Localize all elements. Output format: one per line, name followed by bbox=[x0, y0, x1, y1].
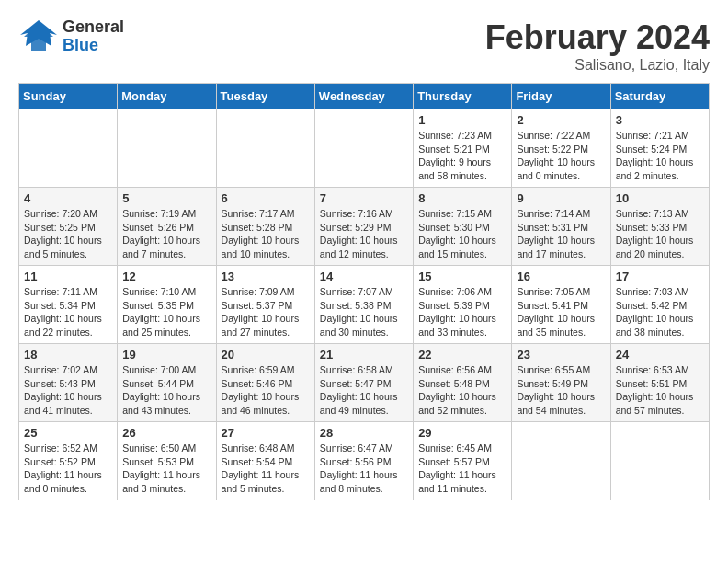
day-info: Sunrise: 6:59 AMSunset: 5:46 PMDaylight:… bbox=[222, 363, 310, 418]
day-info: Sunrise: 6:45 AMSunset: 5:57 PMDaylight:… bbox=[418, 442, 506, 496]
day-info: Sunrise: 6:55 AMSunset: 5:49 PMDaylight:… bbox=[517, 363, 605, 418]
logo-line2: Blue bbox=[63, 37, 124, 55]
calendar-table: SundayMondayTuesdayWednesdayThursdayFrid… bbox=[18, 83, 710, 500]
calendar-cell: 28Sunrise: 6:47 AMSunset: 5:56 PMDayligh… bbox=[314, 422, 413, 500]
calendar-cell bbox=[216, 109, 314, 188]
day-number: 1 bbox=[418, 113, 506, 127]
day-info: Sunrise: 7:09 AMSunset: 5:37 PMDaylight:… bbox=[222, 285, 310, 339]
day-number: 9 bbox=[517, 191, 605, 205]
calendar-cell: 19Sunrise: 7:00 AMSunset: 5:44 PMDayligh… bbox=[118, 344, 216, 422]
day-info: Sunrise: 7:22 AMSunset: 5:22 PMDaylight:… bbox=[517, 129, 605, 183]
day-number: 26 bbox=[122, 426, 210, 440]
day-number: 12 bbox=[122, 270, 210, 283]
logo: General Blue bbox=[18, 18, 124, 55]
calendar-cell: 3Sunrise: 7:21 AMSunset: 5:24 PMDaylight… bbox=[610, 109, 709, 188]
day-number: 8 bbox=[418, 191, 506, 205]
day-info: Sunrise: 7:06 AMSunset: 5:39 PMDaylight:… bbox=[418, 285, 506, 339]
day-info: Sunrise: 7:10 AMSunset: 5:35 PMDaylight:… bbox=[122, 285, 210, 339]
day-number: 15 bbox=[418, 270, 506, 283]
column-header-thursday: Thursday bbox=[414, 84, 512, 109]
calendar-cell: 29Sunrise: 6:45 AMSunset: 5:57 PMDayligh… bbox=[414, 422, 512, 500]
calendar-cell bbox=[118, 109, 216, 188]
day-number: 17 bbox=[616, 270, 704, 283]
day-info: Sunrise: 7:16 AMSunset: 5:29 PMDaylight:… bbox=[320, 207, 408, 261]
day-info: Sunrise: 7:14 AMSunset: 5:31 PMDaylight:… bbox=[517, 207, 605, 261]
column-header-wednesday: Wednesday bbox=[314, 84, 413, 109]
calendar-cell: 7Sunrise: 7:16 AMSunset: 5:29 PMDaylight… bbox=[314, 188, 413, 266]
day-number: 20 bbox=[222, 348, 310, 362]
day-info: Sunrise: 7:20 AMSunset: 5:25 PMDaylight:… bbox=[24, 207, 112, 261]
calendar-cell bbox=[512, 422, 610, 500]
day-info: Sunrise: 7:19 AMSunset: 5:26 PMDaylight:… bbox=[122, 207, 210, 261]
day-number: 27 bbox=[222, 426, 310, 440]
calendar-cell: 23Sunrise: 6:55 AMSunset: 5:49 PMDayligh… bbox=[512, 344, 610, 422]
calendar-cell: 18Sunrise: 7:02 AMSunset: 5:43 PMDayligh… bbox=[19, 344, 118, 422]
day-number: 13 bbox=[222, 270, 310, 283]
day-info: Sunrise: 6:50 AMSunset: 5:53 PMDaylight:… bbox=[122, 442, 210, 496]
day-number: 6 bbox=[222, 191, 310, 205]
calendar-header-row: SundayMondayTuesdayWednesdayThursdayFrid… bbox=[19, 84, 710, 109]
day-number: 7 bbox=[320, 191, 408, 205]
calendar-cell: 20Sunrise: 6:59 AMSunset: 5:46 PMDayligh… bbox=[216, 344, 314, 422]
calendar-cell: 10Sunrise: 7:13 AMSunset: 5:33 PMDayligh… bbox=[610, 188, 709, 266]
day-number: 19 bbox=[122, 348, 210, 362]
calendar-cell: 26Sunrise: 6:50 AMSunset: 5:53 PMDayligh… bbox=[118, 422, 216, 500]
page-header: General Blue February 2024 Salisano, Laz… bbox=[18, 18, 710, 74]
day-number: 21 bbox=[320, 348, 408, 362]
day-number: 28 bbox=[320, 426, 408, 440]
day-number: 11 bbox=[24, 270, 112, 283]
calendar-cell: 27Sunrise: 6:48 AMSunset: 5:54 PMDayligh… bbox=[216, 422, 314, 500]
column-header-sunday: Sunday bbox=[19, 84, 118, 109]
calendar-cell: 1Sunrise: 7:23 AMSunset: 5:21 PMDaylight… bbox=[414, 109, 512, 188]
calendar-cell: 15Sunrise: 7:06 AMSunset: 5:39 PMDayligh… bbox=[414, 266, 512, 344]
calendar-cell: 24Sunrise: 6:53 AMSunset: 5:51 PMDayligh… bbox=[610, 344, 709, 422]
calendar-week-1: 1Sunrise: 7:23 AMSunset: 5:21 PMDaylight… bbox=[19, 109, 710, 188]
calendar-cell bbox=[314, 109, 413, 188]
day-number: 14 bbox=[320, 270, 408, 283]
logo-icon bbox=[18, 18, 59, 55]
day-info: Sunrise: 6:52 AMSunset: 5:52 PMDaylight:… bbox=[24, 442, 112, 496]
day-info: Sunrise: 7:03 AMSunset: 5:42 PMDaylight:… bbox=[616, 285, 704, 339]
calendar-week-5: 25Sunrise: 6:52 AMSunset: 5:52 PMDayligh… bbox=[19, 422, 710, 500]
calendar-cell: 16Sunrise: 7:05 AMSunset: 5:41 PMDayligh… bbox=[512, 266, 610, 344]
day-info: Sunrise: 7:21 AMSunset: 5:24 PMDaylight:… bbox=[616, 129, 704, 183]
day-info: Sunrise: 7:13 AMSunset: 5:33 PMDaylight:… bbox=[616, 207, 704, 261]
calendar-cell: 9Sunrise: 7:14 AMSunset: 5:31 PMDaylight… bbox=[512, 188, 610, 266]
calendar-week-4: 18Sunrise: 7:02 AMSunset: 5:43 PMDayligh… bbox=[19, 344, 710, 422]
calendar-cell: 12Sunrise: 7:10 AMSunset: 5:35 PMDayligh… bbox=[118, 266, 216, 344]
day-number: 3 bbox=[616, 113, 704, 127]
column-header-monday: Monday bbox=[118, 84, 216, 109]
calendar-cell: 17Sunrise: 7:03 AMSunset: 5:42 PMDayligh… bbox=[610, 266, 709, 344]
logo-text: General Blue bbox=[63, 18, 124, 55]
calendar-week-2: 4Sunrise: 7:20 AMSunset: 5:25 PMDaylight… bbox=[19, 188, 710, 266]
column-header-saturday: Saturday bbox=[610, 84, 709, 109]
day-info: Sunrise: 7:05 AMSunset: 5:41 PMDaylight:… bbox=[517, 285, 605, 339]
calendar-cell bbox=[610, 422, 709, 500]
day-info: Sunrise: 7:00 AMSunset: 5:44 PMDaylight:… bbox=[122, 363, 210, 418]
calendar-cell: 13Sunrise: 7:09 AMSunset: 5:37 PMDayligh… bbox=[216, 266, 314, 344]
day-number: 4 bbox=[24, 191, 112, 205]
calendar-cell: 25Sunrise: 6:52 AMSunset: 5:52 PMDayligh… bbox=[19, 422, 118, 500]
calendar-cell: 6Sunrise: 7:17 AMSunset: 5:28 PMDaylight… bbox=[216, 188, 314, 266]
day-info: Sunrise: 7:11 AMSunset: 5:34 PMDaylight:… bbox=[24, 285, 112, 339]
calendar-cell: 4Sunrise: 7:20 AMSunset: 5:25 PMDaylight… bbox=[19, 188, 118, 266]
day-number: 2 bbox=[517, 113, 605, 127]
day-number: 22 bbox=[418, 348, 506, 362]
calendar-cell: 5Sunrise: 7:19 AMSunset: 5:26 PMDaylight… bbox=[118, 188, 216, 266]
day-info: Sunrise: 6:48 AMSunset: 5:54 PMDaylight:… bbox=[222, 442, 310, 496]
day-info: Sunrise: 7:17 AMSunset: 5:28 PMDaylight:… bbox=[222, 207, 310, 261]
day-number: 29 bbox=[418, 426, 506, 440]
day-number: 5 bbox=[122, 191, 210, 205]
calendar-cell bbox=[19, 109, 118, 188]
column-header-friday: Friday bbox=[512, 84, 610, 109]
day-number: 24 bbox=[616, 348, 704, 362]
calendar-cell: 11Sunrise: 7:11 AMSunset: 5:34 PMDayligh… bbox=[19, 266, 118, 344]
day-info: Sunrise: 6:53 AMSunset: 5:51 PMDaylight:… bbox=[616, 363, 704, 418]
day-info: Sunrise: 7:02 AMSunset: 5:43 PMDaylight:… bbox=[24, 363, 112, 418]
day-number: 16 bbox=[517, 270, 605, 283]
day-number: 23 bbox=[517, 348, 605, 362]
column-header-tuesday: Tuesday bbox=[216, 84, 314, 109]
title-block: February 2024 Salisano, Lazio, Italy bbox=[485, 18, 710, 74]
calendar-title: February 2024 bbox=[485, 18, 710, 57]
day-info: Sunrise: 7:07 AMSunset: 5:38 PMDaylight:… bbox=[320, 285, 408, 339]
